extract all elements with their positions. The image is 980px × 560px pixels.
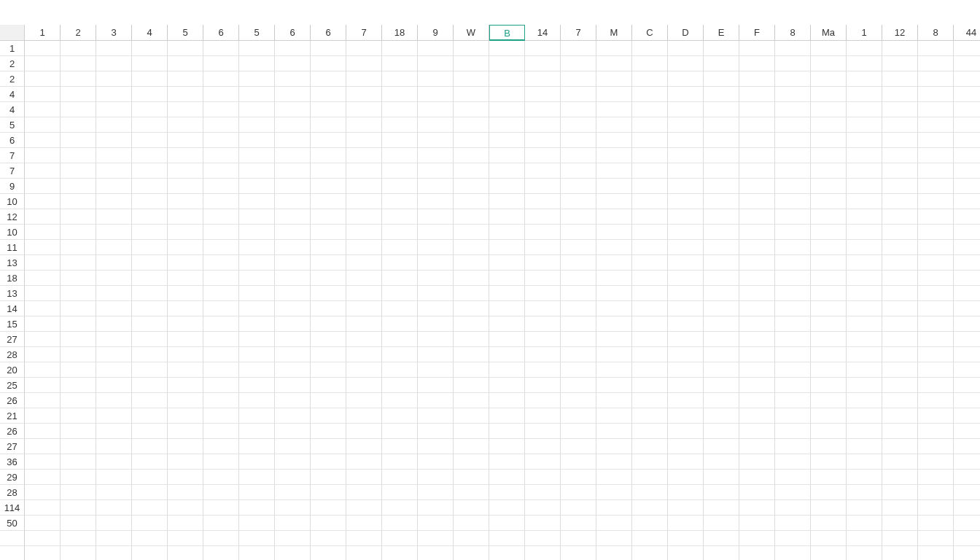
cell[interactable]	[918, 316, 954, 332]
cell[interactable]	[382, 516, 418, 531]
column-header[interactable]: 2	[61, 25, 96, 41]
cell[interactable]	[96, 179, 132, 194]
cell[interactable]	[668, 133, 704, 148]
cell[interactable]	[132, 332, 168, 347]
cell[interactable]	[632, 408, 668, 424]
cell[interactable]	[596, 424, 632, 439]
cell[interactable]	[61, 393, 96, 408]
cell[interactable]	[454, 87, 489, 102]
cell[interactable]	[882, 225, 918, 240]
cell[interactable]	[203, 332, 239, 347]
cell[interactable]	[632, 485, 668, 500]
cell[interactable]	[704, 286, 739, 301]
cell[interactable]	[275, 454, 311, 470]
cell[interactable]	[775, 362, 811, 378]
cell[interactable]	[632, 117, 668, 133]
cell[interactable]	[704, 102, 739, 117]
cell[interactable]	[61, 148, 96, 163]
cell[interactable]	[61, 362, 96, 378]
cell[interactable]	[596, 485, 632, 500]
cell[interactable]	[811, 240, 847, 255]
row-header[interactable]: 26	[0, 393, 25, 408]
cell[interactable]	[168, 316, 203, 332]
cell[interactable]	[489, 332, 525, 347]
cell[interactable]	[525, 531, 561, 546]
cell[interactable]	[239, 102, 275, 117]
cell[interactable]	[775, 546, 811, 560]
cell[interactable]	[954, 41, 980, 56]
cell[interactable]	[489, 286, 525, 301]
cell[interactable]	[882, 117, 918, 133]
cell[interactable]	[918, 424, 954, 439]
cell[interactable]	[382, 424, 418, 439]
cell[interactable]	[132, 378, 168, 393]
cell[interactable]	[454, 102, 489, 117]
cell[interactable]	[311, 301, 346, 316]
cell[interactable]	[525, 133, 561, 148]
cell[interactable]	[382, 316, 418, 332]
cell[interactable]	[275, 546, 311, 560]
cell[interactable]	[203, 347, 239, 362]
cell[interactable]	[954, 56, 980, 71]
cell[interactable]	[775, 393, 811, 408]
cell[interactable]	[239, 393, 275, 408]
cell[interactable]	[382, 41, 418, 56]
cell[interactable]	[168, 485, 203, 500]
cell[interactable]	[382, 546, 418, 560]
row-header[interactable]	[0, 546, 25, 560]
cell[interactable]	[847, 408, 882, 424]
cell[interactable]	[596, 393, 632, 408]
row-header[interactable]: 36	[0, 454, 25, 470]
cell[interactable]	[632, 286, 668, 301]
cell[interactable]	[847, 117, 882, 133]
cell[interactable]	[668, 546, 704, 560]
cell[interactable]	[382, 148, 418, 163]
cell[interactable]	[775, 347, 811, 362]
cell[interactable]	[454, 271, 489, 286]
cell[interactable]	[811, 163, 847, 179]
cell[interactable]	[25, 454, 61, 470]
cell[interactable]	[168, 332, 203, 347]
cell[interactable]	[311, 347, 346, 362]
cell[interactable]	[132, 255, 168, 271]
cell[interactable]	[668, 179, 704, 194]
cell[interactable]	[668, 71, 704, 87]
cell[interactable]	[704, 546, 739, 560]
cell[interactable]	[668, 117, 704, 133]
cell[interactable]	[847, 531, 882, 546]
cell[interactable]	[311, 332, 346, 347]
cell[interactable]	[918, 454, 954, 470]
column-header[interactable]: 1	[847, 25, 882, 41]
cell[interactable]	[632, 316, 668, 332]
cell[interactable]	[561, 500, 596, 516]
cell[interactable]	[561, 133, 596, 148]
cell[interactable]	[418, 56, 454, 71]
cell[interactable]	[418, 546, 454, 560]
cell[interactable]	[239, 516, 275, 531]
cell[interactable]	[25, 271, 61, 286]
column-header[interactable]: 5	[168, 25, 203, 41]
cell[interactable]	[596, 516, 632, 531]
cell[interactable]	[96, 424, 132, 439]
cell[interactable]	[454, 133, 489, 148]
cell[interactable]	[275, 240, 311, 255]
cell[interactable]	[25, 301, 61, 316]
cell[interactable]	[489, 148, 525, 163]
cell[interactable]	[668, 500, 704, 516]
row-header[interactable]: 13	[0, 286, 25, 301]
cell[interactable]	[954, 470, 980, 485]
cell[interactable]	[489, 393, 525, 408]
cell[interactable]	[704, 163, 739, 179]
cell[interactable]	[561, 546, 596, 560]
cell[interactable]	[96, 362, 132, 378]
cell[interactable]	[954, 485, 980, 500]
cell[interactable]	[882, 209, 918, 225]
cell[interactable]	[847, 194, 882, 209]
cell[interactable]	[847, 301, 882, 316]
cell[interactable]	[96, 454, 132, 470]
cell[interactable]	[668, 485, 704, 500]
cell[interactable]	[882, 87, 918, 102]
cell[interactable]	[525, 393, 561, 408]
cell[interactable]	[25, 332, 61, 347]
cell[interactable]	[632, 470, 668, 485]
